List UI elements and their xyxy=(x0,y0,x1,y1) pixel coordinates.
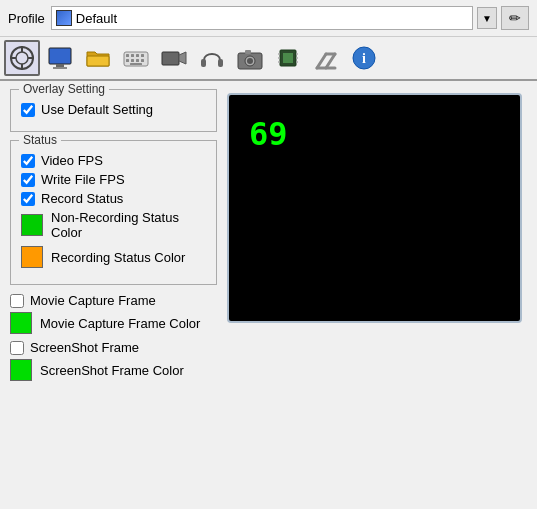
use-default-checkbox[interactable] xyxy=(21,103,35,117)
svg-rect-8 xyxy=(53,67,67,69)
right-panel: 69 xyxy=(227,89,527,387)
overlay-setting-section: Overlay Setting Use Default Setting xyxy=(10,89,217,132)
profile-name-text: Default xyxy=(76,11,468,26)
left-panel: Overlay Setting Use Default Setting Stat… xyxy=(10,89,217,387)
svg-point-26 xyxy=(247,58,253,64)
movie-capture-frame-row: Movie Capture Frame xyxy=(10,293,217,308)
profile-select[interactable]: Default xyxy=(51,6,473,30)
svg-point-1 xyxy=(16,52,28,64)
screenshot-color-swatch[interactable] xyxy=(10,359,32,381)
svg-rect-22 xyxy=(201,59,206,67)
preview-number: 69 xyxy=(249,115,288,153)
record-status-checkbox[interactable] xyxy=(21,192,35,206)
folder-icon xyxy=(84,44,112,72)
svg-rect-13 xyxy=(136,54,139,57)
svg-rect-19 xyxy=(130,63,142,65)
screenshot-frame-row: ScreenShot Frame xyxy=(10,340,217,355)
screenshot-color-row: ScreenShot Frame Color xyxy=(10,359,217,381)
preview-box: 69 xyxy=(227,93,522,323)
recording-color-swatch[interactable] xyxy=(21,246,43,268)
svg-rect-17 xyxy=(136,59,139,62)
tab-info[interactable]: i xyxy=(346,40,382,76)
video-fps-checkbox[interactable] xyxy=(21,154,35,168)
tools-icon xyxy=(312,44,340,72)
tab-camera[interactable] xyxy=(232,40,268,76)
svg-text:i: i xyxy=(362,51,366,66)
screenshot-color-label: ScreenShot Frame Color xyxy=(40,363,184,378)
svg-rect-16 xyxy=(131,59,134,62)
svg-rect-23 xyxy=(218,59,223,67)
overlay-setting-title: Overlay Setting xyxy=(19,82,109,96)
movie-capture-color-swatch[interactable] xyxy=(10,312,32,334)
tab-display[interactable] xyxy=(42,40,78,76)
screenshot-frame-label: ScreenShot Frame xyxy=(30,340,139,355)
write-file-fps-row: Write File FPS xyxy=(21,172,206,187)
video-icon xyxy=(160,44,188,72)
status-group-title: Status xyxy=(19,133,61,147)
screenshot-frame-checkbox[interactable] xyxy=(10,341,24,355)
tab-folder[interactable] xyxy=(80,40,116,76)
write-file-fps-label: Write File FPS xyxy=(41,172,125,187)
main-content: Overlay Setting Use Default Setting Stat… xyxy=(0,81,537,395)
non-recording-color-label: Non-Recording Status Color xyxy=(51,210,206,240)
overlay-setting-group: Overlay Setting Use Default Setting xyxy=(10,89,217,132)
write-file-fps-checkbox[interactable] xyxy=(21,173,35,187)
record-status-label: Record Status xyxy=(41,191,123,206)
profile-label: Profile xyxy=(8,11,45,26)
display-icon xyxy=(46,44,74,72)
profile-dropdown-button[interactable]: ▼ xyxy=(477,7,497,29)
video-fps-row: Video FPS xyxy=(21,153,206,168)
tab-video[interactable] xyxy=(156,40,192,76)
use-default-row: Use Default Setting xyxy=(21,102,206,117)
camera-icon xyxy=(236,44,264,72)
svg-rect-11 xyxy=(126,54,129,57)
tab-audio[interactable] xyxy=(194,40,230,76)
svg-rect-9 xyxy=(87,56,109,66)
toolbar: i xyxy=(0,36,537,81)
profile-icon xyxy=(56,10,72,26)
headphones-icon xyxy=(198,44,226,72)
hardware-icon xyxy=(274,44,302,72)
svg-marker-21 xyxy=(179,52,186,64)
use-default-label: Use Default Setting xyxy=(41,102,153,117)
svg-rect-12 xyxy=(131,54,134,57)
movie-capture-frame-checkbox[interactable] xyxy=(10,294,24,308)
tab-overlay[interactable] xyxy=(4,40,40,76)
tab-tools[interactable] xyxy=(308,40,344,76)
non-recording-color-swatch[interactable] xyxy=(21,214,43,236)
recording-color-label: Recording Status Color xyxy=(51,250,185,265)
svg-line-36 xyxy=(317,54,326,68)
keyboard-icon xyxy=(122,44,150,72)
tab-keyboard[interactable] xyxy=(118,40,154,76)
svg-line-37 xyxy=(326,54,335,68)
non-recording-color-row: Non-Recording Status Color xyxy=(21,210,206,240)
profile-edit-button[interactable]: ✏ xyxy=(501,6,529,30)
movie-capture-frame-label: Movie Capture Frame xyxy=(30,293,156,308)
tab-hardware[interactable] xyxy=(270,40,306,76)
svg-rect-6 xyxy=(49,48,71,64)
svg-rect-14 xyxy=(141,54,144,57)
svg-rect-15 xyxy=(126,59,129,62)
screenshot-section: ScreenShot Frame ScreenShot Frame Color xyxy=(10,340,217,381)
overlay-icon xyxy=(8,44,36,72)
recording-color-row: Recording Status Color xyxy=(21,246,206,268)
top-bar: Profile Default ▼ ✏ xyxy=(0,0,537,36)
svg-rect-18 xyxy=(141,59,144,62)
svg-rect-27 xyxy=(245,50,251,54)
record-status-row: Record Status xyxy=(21,191,206,206)
status-group: Status Video FPS Write File FPS Record S… xyxy=(10,140,217,285)
profile-select-wrapper: Default ▼ ✏ xyxy=(51,6,529,30)
movie-capture-section: Movie Capture Frame Movie Capture Frame … xyxy=(10,293,217,334)
movie-capture-color-label: Movie Capture Frame Color xyxy=(40,316,200,331)
video-fps-label: Video FPS xyxy=(41,153,103,168)
svg-rect-20 xyxy=(162,52,179,65)
movie-capture-color-row: Movie Capture Frame Color xyxy=(10,312,217,334)
svg-rect-7 xyxy=(56,64,64,67)
info-icon: i xyxy=(350,44,378,72)
svg-rect-29 xyxy=(283,53,293,63)
